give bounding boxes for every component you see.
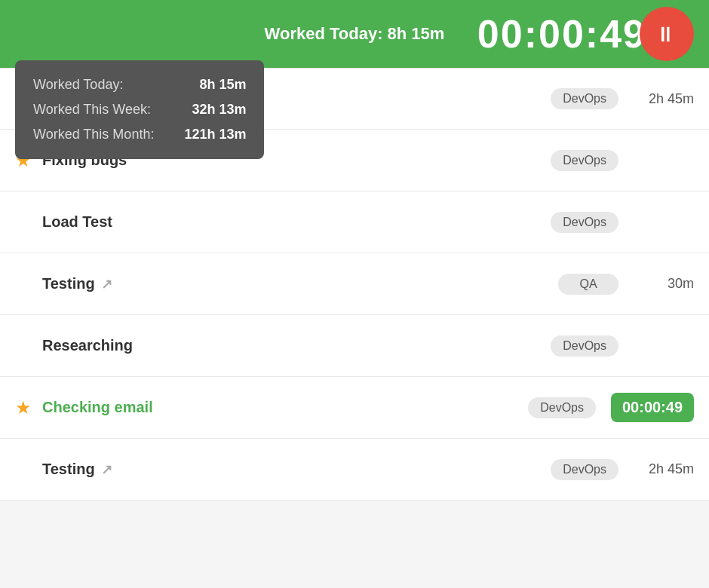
task-tag[interactable]: DevOps [551, 212, 618, 233]
task-duration: 2h 45m [634, 461, 694, 477]
stats-row: Worked This Week:32h 13m [33, 97, 246, 122]
task-name-text: Testing [42, 461, 95, 478]
star-icon[interactable]: ★ [15, 397, 42, 418]
header-worked-today-value: 8h 15m [388, 24, 445, 43]
stats-value: 8h 15m [199, 77, 246, 93]
task-name-text: Researching [42, 337, 133, 354]
header-timer: 00:00:49 [477, 11, 646, 57]
task-tag[interactable]: DevOps [551, 88, 618, 109]
task-row: Testing↗︎QA30m [0, 253, 709, 315]
task-tag[interactable]: DevOps [528, 397, 596, 418]
stats-value: 32h 13m [192, 102, 246, 118]
task-row: ResearchingDevOps [0, 315, 709, 377]
task-duration: 30m [634, 276, 694, 292]
task-name-text: Load Test [42, 213, 112, 231]
header-worked-today: Worked Today: 8h 15m [265, 24, 445, 44]
app-header: Worked Today: 8h 15m 00:00:49 ⌄ ⏸ [0, 0, 709, 68]
header-worked-today-label: Worked Today: [265, 24, 383, 43]
task-row: ★Checking emailDevOps00:00:49 [0, 377, 709, 439]
task-name-text: Checking email [42, 399, 153, 416]
task-name: Researching [42, 337, 551, 354]
active-timer-badge: 00:00:49 [611, 393, 694, 422]
pause-button[interactable]: ⏸ [640, 7, 694, 61]
task-tag[interactable]: DevOps [551, 335, 618, 357]
task-row: Testing↗︎DevOps2h 45m [0, 439, 709, 501]
task-name: Testing↗︎ [42, 275, 558, 292]
stats-value: 121h 13m [184, 127, 246, 142]
task-tag[interactable]: DevOps [551, 150, 618, 171]
task-name: Testing↗︎ [42, 461, 551, 478]
external-link-icon[interactable]: ↗︎ [101, 276, 112, 292]
task-row: Load TestDevOps [0, 191, 709, 253]
task-name-text: Testing [42, 275, 95, 292]
task-tag[interactable]: QA [558, 274, 618, 295]
stats-row: Worked Today:8h 15m [33, 72, 246, 97]
task-name: Load Test [42, 213, 551, 231]
task-tag[interactable]: DevOps [551, 459, 618, 480]
stats-label: Worked Today: [33, 77, 123, 93]
stats-dropdown: Worked Today:8h 15mWorked This Week:32h … [15, 60, 264, 159]
task-duration: 2h 45m [634, 91, 694, 107]
task-name: Checking email [42, 399, 528, 416]
external-link-icon[interactable]: ↗︎ [101, 461, 112, 478]
pause-icon: ⏸ [655, 22, 679, 47]
stats-row: Worked This Month:121h 13m [33, 122, 246, 147]
stats-label: Worked This Month: [33, 127, 154, 142]
stats-label: Worked This Week: [33, 102, 151, 118]
